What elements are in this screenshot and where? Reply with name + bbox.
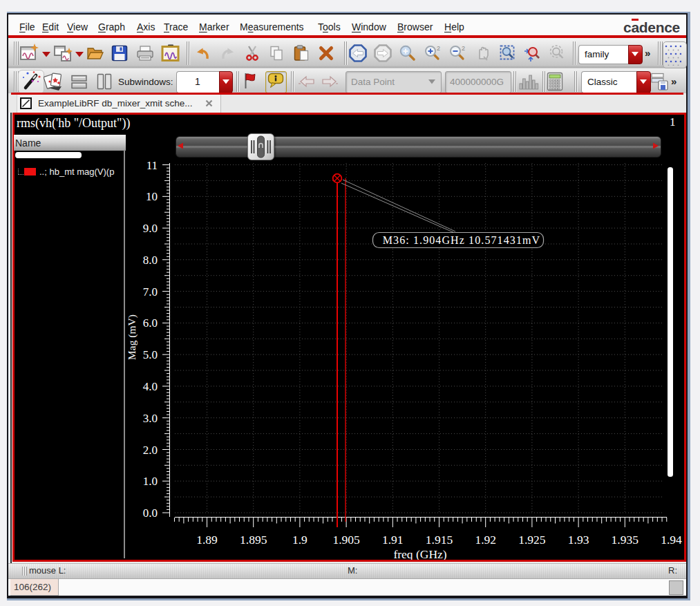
svg-text:1.92: 1.92 xyxy=(475,533,496,547)
svg-text:1.9: 1.9 xyxy=(292,533,308,547)
svg-text:2: 2 xyxy=(437,45,440,52)
svg-text:0.0: 0.0 xyxy=(143,506,158,520)
svg-text:5.0: 5.0 xyxy=(143,348,158,361)
svg-text:10: 10 xyxy=(146,190,158,203)
svg-text:6.0: 6.0 xyxy=(143,316,158,330)
svg-text:8.0: 8.0 xyxy=(143,254,158,267)
svg-text:1.915: 1.915 xyxy=(426,533,453,547)
svg-text:M36: 1.904GHz 10.571431mV: M36: 1.904GHz 10.571431mV xyxy=(383,234,540,246)
svg-text:1.895: 1.895 xyxy=(240,533,267,547)
svg-text:2: 2 xyxy=(462,45,465,52)
svg-text:1.91: 1.91 xyxy=(382,533,404,547)
svg-text:1.935: 1.935 xyxy=(612,533,639,547)
svg-text:3.0: 3.0 xyxy=(143,412,158,425)
svg-text:Mag (mV): Mag (mV) xyxy=(126,314,138,360)
svg-text:freq (GHz): freq (GHz) xyxy=(393,547,446,560)
svg-text:1.925: 1.925 xyxy=(518,533,546,547)
svg-text:1.905: 1.905 xyxy=(332,533,360,547)
svg-text:1.94: 1.94 xyxy=(661,533,682,547)
svg-text:9.0: 9.0 xyxy=(143,222,158,235)
svg-text:1.0: 1.0 xyxy=(143,475,158,488)
svg-text:1.93: 1.93 xyxy=(568,533,589,547)
svg-text:7.0: 7.0 xyxy=(143,285,158,299)
svg-text:1.89: 1.89 xyxy=(196,533,218,547)
svg-text:11: 11 xyxy=(146,159,158,172)
svg-text:2.0: 2.0 xyxy=(143,444,158,457)
svg-text:4.0: 4.0 xyxy=(143,380,158,393)
